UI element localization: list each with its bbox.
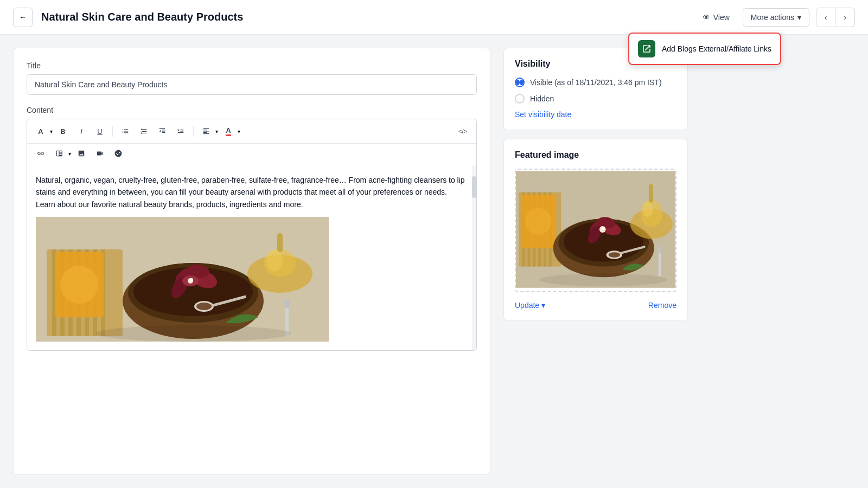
editor-body[interactable]: Natural, organic, vegan, cruelty-free, g… [27, 165, 476, 350]
text-color-btn[interactable]: A [220, 124, 237, 139]
top-bar-actions: 👁 View More actions ▾ ‹ › [696, 8, 855, 27]
svg-point-54 [609, 252, 621, 258]
external-link-icon [638, 40, 655, 57]
bold-btn[interactable]: B [55, 124, 71, 139]
content-label: Content [27, 106, 477, 114]
visible-option[interactable]: Visible (as of 18/11/2021, 3:46 pm IST) [515, 78, 676, 87]
svg-point-61 [540, 273, 667, 286]
hidden-option[interactable]: Hidden [515, 94, 676, 104]
main-content: Title Content A ▾ B I U [0, 35, 868, 488]
video-insert-btn[interactable] [92, 146, 108, 161]
visible-radio[interactable] [515, 78, 525, 87]
featured-product-image [516, 170, 675, 289]
table-btn[interactable] [51, 146, 67, 161]
title-label: Title [27, 61, 477, 70]
editor-content-text: Natural, organic, vegan, cruelty-free, g… [36, 174, 465, 210]
editor-scroll-container: Natural, organic, vegan, cruelty-free, g… [27, 165, 476, 350]
font-btn[interactable]: A [33, 124, 49, 139]
svg-rect-59 [659, 249, 661, 276]
hidden-radio[interactable] [515, 94, 525, 104]
italic-btn[interactable]: I [73, 124, 90, 139]
svg-point-12 [60, 266, 98, 304]
align-dropdown[interactable]: ▾ [198, 124, 218, 139]
editor-scrollbar[interactable] [472, 165, 476, 350]
underline-btn[interactable]: U [92, 124, 108, 139]
nav-next-button[interactable]: › [835, 8, 855, 27]
svg-rect-28 [277, 233, 283, 252]
align-dropdown-arrow[interactable]: ▾ [215, 129, 218, 134]
update-button[interactable]: Update ▾ [515, 301, 545, 310]
set-visibility-date-link[interactable]: Set visibility date [515, 110, 676, 119]
back-button[interactable]: ← [13, 8, 33, 27]
svg-rect-57 [649, 184, 653, 203]
editor-panel: Title Content A ▾ B I U [13, 48, 490, 475]
source-code-btn[interactable]: </> [455, 124, 471, 139]
title-input[interactable] [27, 74, 477, 95]
toolbar-sep-1 [112, 126, 113, 137]
editor-toolbar-row2: ▾ [27, 144, 476, 165]
featured-image-actions: Update ▾ Remove [515, 301, 676, 310]
top-bar: ← Natural Skin Care and Beauty Products … [0, 0, 868, 35]
svg-point-31 [284, 299, 290, 308]
svg-point-60 [657, 246, 662, 253]
svg-point-29 [266, 249, 283, 271]
table-dropdown-arrow[interactable]: ▾ [68, 151, 71, 157]
nav-arrows: ‹ › [816, 8, 855, 27]
font-size-dropdown[interactable]: A ▾ [33, 124, 53, 139]
image-insert-btn[interactable] [73, 146, 90, 161]
scrollbar-thumb[interactable] [472, 176, 476, 198]
visible-label: Visible (as of 18/11/2021, 3:46 pm IST) [530, 78, 662, 87]
more-actions-button[interactable]: More actions ▾ [743, 8, 809, 27]
editor-toolbar-row1: A ▾ B I U [27, 119, 476, 144]
ordered-list-btn[interactable] [136, 124, 152, 139]
indent-decrease-btn[interactable] [154, 124, 170, 139]
hidden-label: Hidden [530, 94, 554, 103]
editor-product-image [36, 217, 329, 342]
back-arrow-icon: ← [19, 13, 26, 21]
svg-point-22 [190, 278, 193, 281]
add-blogs-links-item[interactable]: Add Blogs External/Affilate Links [662, 44, 771, 53]
svg-point-58 [642, 201, 653, 217]
editor-container: A ▾ B I U [27, 119, 477, 351]
toolbar-sep-2 [193, 126, 194, 137]
svg-point-25 [196, 303, 212, 310]
link-btn[interactable] [33, 146, 49, 161]
featured-image-container [515, 169, 676, 292]
eye-icon: 👁 [703, 13, 710, 22]
block-btn[interactable] [110, 146, 126, 161]
text-color-dropdown[interactable]: A ▾ [220, 124, 240, 139]
remove-button[interactable]: Remove [648, 301, 676, 310]
featured-image-title: Featured image [515, 150, 676, 160]
sidebar: Visibility Visible (as of 18/11/2021, 3:… [503, 48, 688, 475]
chevron-left-icon: ‹ [825, 13, 827, 22]
page-title: Natural Skin Care and Beauty Products [41, 11, 696, 23]
color-dropdown-arrow[interactable]: ▾ [238, 129, 240, 134]
update-label: Update [515, 301, 539, 310]
nav-prev-button[interactable]: ‹ [816, 8, 835, 27]
align-btn[interactable] [198, 124, 214, 139]
svg-point-42 [525, 208, 552, 235]
indent-increase-btn[interactable] [173, 124, 189, 139]
more-actions-dropdown: Add Blogs External/Affilate Links [628, 33, 781, 65]
update-dropdown-icon: ▾ [541, 301, 545, 310]
svg-point-32 [95, 325, 291, 342]
chevron-down-icon: ▾ [797, 13, 801, 22]
table-dropdown[interactable]: ▾ [51, 146, 71, 161]
svg-point-51 [602, 227, 605, 230]
featured-image-card: Featured image [503, 139, 688, 321]
font-dropdown-arrow[interactable]: ▾ [50, 129, 53, 134]
chevron-right-icon: › [844, 13, 846, 22]
unordered-list-btn[interactable] [117, 124, 133, 139]
view-button[interactable]: 👁 View [696, 9, 736, 26]
